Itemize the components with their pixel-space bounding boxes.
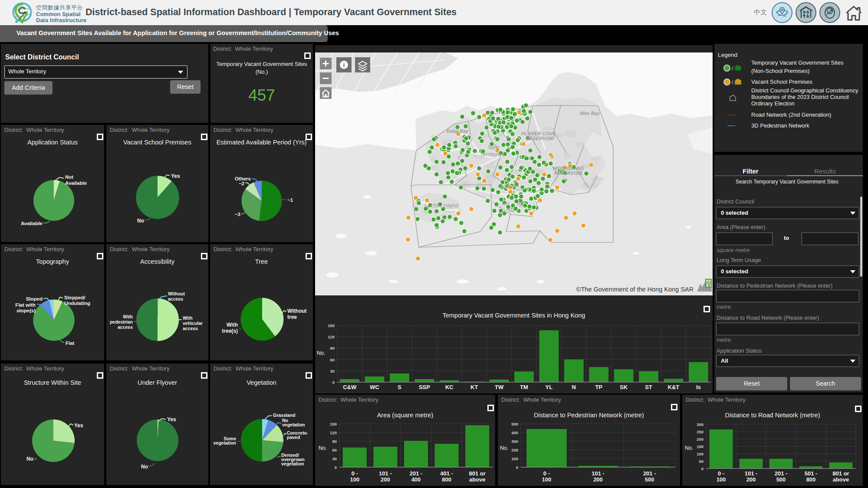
svg-text:101 -: 101 - <box>592 470 605 477</box>
svg-text:~2: ~2 <box>239 181 244 186</box>
svg-text:0: 0 <box>335 465 337 470</box>
svg-text:slope(s): slope(s) <box>16 308 36 313</box>
svg-text:120: 120 <box>330 430 337 435</box>
svg-text:Vegetation: Vegetation <box>247 379 276 386</box>
svg-text:100: 100 <box>542 476 551 483</box>
svg-text:90: 90 <box>332 439 337 444</box>
svg-text:400: 400 <box>411 476 421 483</box>
svg-text:120: 120 <box>328 334 335 339</box>
svg-text:500: 500 <box>776 476 786 483</box>
svg-text:101 -: 101 - <box>745 470 758 477</box>
svg-text:50: 50 <box>699 459 704 464</box>
svg-text:100: 100 <box>697 452 704 456</box>
svg-text:above: above <box>833 476 849 483</box>
svg-text:Tree: Tree <box>255 258 268 265</box>
svg-text:90: 90 <box>330 346 335 350</box>
svg-text:YL: YL <box>546 384 553 390</box>
svg-text:Estimated Available Period (Yr: Estimated Available Period (Yrs) <box>217 139 307 146</box>
svg-text:0 -: 0 - <box>352 470 358 477</box>
svg-text:300: 300 <box>697 422 704 427</box>
svg-text:Undulating: Undulating <box>64 301 90 306</box>
svg-text:100: 100 <box>511 456 518 461</box>
svg-text:/: / <box>732 79 733 85</box>
svg-text:Kowloon: Kowloon <box>499 183 519 189</box>
svg-text:S: S <box>398 384 401 390</box>
svg-text:500: 500 <box>645 476 654 483</box>
svg-text:Distance to Road Network (metr: Distance to Road Network (metre) <box>725 412 820 419</box>
svg-text:401 -: 401 - <box>440 470 453 477</box>
svg-text:250: 250 <box>697 429 704 434</box>
svg-text:vehicular: vehicular <box>183 321 203 326</box>
svg-text:200: 200 <box>697 437 704 442</box>
svg-text:With: With <box>183 315 193 321</box>
svg-text:KC: KC <box>445 384 454 390</box>
svg-text:Available: Available <box>21 221 43 226</box>
svg-text:Distance to Pedestrian Network: Distance to Pedestrian Network (metre) <box>534 412 644 419</box>
svg-text:access: access <box>183 326 198 331</box>
svg-text:Ho: Ho <box>502 200 509 206</box>
svg-text:above: above <box>469 476 486 483</box>
svg-text:TM: TM <box>520 384 528 390</box>
svg-text:Deep Bay: Deep Bay <box>447 128 469 134</box>
svg-text:TP: TP <box>595 384 602 390</box>
svg-text:Temporary Vacant Government Si: Temporary Vacant Government Sites in Hon… <box>443 312 585 319</box>
svg-text:Not: Not <box>65 174 73 180</box>
svg-text:201 -: 201 - <box>643 470 656 477</box>
svg-text:Without: Without <box>168 291 185 296</box>
svg-text:Topography: Topography <box>36 258 69 265</box>
svg-text:500: 500 <box>511 422 518 426</box>
svg-text:200: 200 <box>746 476 756 483</box>
svg-text:Under Flyover: Under Flyover <box>138 379 177 386</box>
svg-text:No.: No. <box>317 350 325 356</box>
svg-text:vegetation: vegetation <box>213 440 236 445</box>
svg-text:0: 0 <box>332 380 335 385</box>
svg-text:SK: SK <box>620 384 628 390</box>
svg-text:150: 150 <box>330 422 337 426</box>
svg-text:access: access <box>168 296 183 301</box>
svg-text:No: No <box>137 218 144 224</box>
svg-text:Flat with: Flat with <box>15 302 36 308</box>
svg-text:No: No <box>26 456 33 462</box>
svg-text:800: 800 <box>806 476 816 483</box>
svg-text:800: 800 <box>442 476 451 483</box>
svg-text:SSP: SSP <box>419 384 430 390</box>
svg-text:RESERVOIR: RESERVOIR <box>554 170 582 176</box>
svg-text:0: 0 <box>701 466 704 471</box>
svg-text:Vacant School Premises: Vacant School Premises <box>123 139 191 146</box>
svg-text:100: 100 <box>350 476 359 483</box>
svg-text:Structure Within Site: Structure Within Site <box>24 379 81 386</box>
svg-text:201 -: 201 - <box>775 470 788 477</box>
svg-text:30: 30 <box>332 456 337 461</box>
svg-text:Stepped/: Stepped/ <box>64 295 85 300</box>
svg-text:No.: No. <box>319 445 327 451</box>
svg-text:0: 0 <box>516 465 518 470</box>
svg-text:vegetation: vegetation <box>281 461 304 466</box>
svg-text:Accessibility: Accessibility <box>140 258 175 265</box>
svg-text:Sloped: Sloped <box>26 296 43 301</box>
svg-text:KT: KT <box>470 384 478 390</box>
svg-text:200: 200 <box>593 476 603 483</box>
svg-text:With: With <box>227 322 238 328</box>
svg-text:ng: ng <box>517 200 523 206</box>
svg-text:0 -: 0 - <box>718 470 724 477</box>
svg-text:Is: Is <box>696 384 701 390</box>
svg-text:Application Status: Application Status <box>27 139 78 146</box>
svg-text:Area (square metre): Area (square metre) <box>377 412 434 419</box>
svg-text:0 -: 0 - <box>543 470 550 477</box>
svg-text:101 -: 101 - <box>379 470 392 477</box>
svg-text:pedestrian: pedestrian <box>110 319 133 324</box>
svg-text:~1: ~1 <box>287 197 293 203</box>
svg-text:Yes: Yes <box>74 422 83 429</box>
svg-text:~3: ~3 <box>235 212 240 217</box>
svg-text:ST: ST <box>645 384 652 390</box>
svg-text:Flat: Flat <box>66 341 75 346</box>
svg-text:30: 30 <box>330 369 335 373</box>
svg-text:N: N <box>572 384 576 390</box>
svg-text:400: 400 <box>511 430 518 435</box>
svg-text:Lantau Island: Lantau Island <box>424 202 458 209</box>
svg-text:Territories: Territories <box>480 151 505 157</box>
svg-text:Available: Available <box>65 180 87 186</box>
svg-text:©The Government of the Hong Ko: ©The Government of the Hong Kong SAR <box>576 286 694 293</box>
svg-text:501 -: 501 - <box>805 470 818 477</box>
svg-text:60: 60 <box>330 357 335 362</box>
